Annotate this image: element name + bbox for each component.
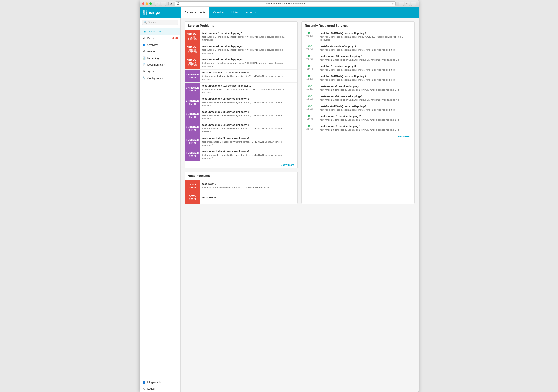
recovered-details: test-random-9: service-flapping-1 test-r… [321, 125, 412, 131]
problem-action-btn[interactable]: ⋮ [293, 83, 297, 95]
service-problem-item[interactable]: CRITICAL 2m 42s Soft 4/5 test-random-9: … [185, 56, 297, 69]
sidebar-footer: 👤 icingaadmin ⎋ Logout [140, 379, 181, 392]
ok-badge: OK 1m 29s [304, 95, 316, 100]
add-tab-button[interactable]: + [411, 1, 416, 6]
reader-button[interactable]: ⊡ [168, 1, 174, 6]
back-button[interactable]: ‹ [155, 1, 160, 6]
minimize-button[interactable] [146, 2, 148, 5]
service-problem-item[interactable]: UNKNOWN Sep 24 test-unreachable-2: servi… [185, 96, 297, 109]
problem-action-btn[interactable]: ⋮ [293, 43, 297, 56]
sidebar-item-reporting[interactable]: 📊 Reporting [140, 55, 181, 61]
sidebar-label-problems: Problems [148, 37, 158, 40]
sidebar-label-user: icingaadmin [148, 381, 162, 384]
service-problem-item[interactable]: UNKNOWN Sep 24 test-unreachable-3: servi… [185, 109, 297, 122]
sidebar-item-configuration[interactable]: 🔧 Configuration [140, 75, 181, 81]
sidebar-nav: ⊞ Dashboard ⊘ Problems 19 👥 Overview ↺ [140, 27, 181, 379]
sidebar-item-documentation[interactable]: 📄 Documentation [140, 61, 181, 68]
service-problem-item[interactable]: CRITICAL 1m 33s Soft 3/5 test-random-2: … [185, 43, 297, 56]
problem-desc: test-unreachable-3 (checked by vagrant-c… [202, 114, 291, 120]
recovered-title: test-random-10: service-flapping-4 [321, 95, 412, 98]
problem-action-btn[interactable]: ⋮ [293, 96, 297, 109]
tab-overdue[interactable]: Overdue [209, 8, 227, 17]
status-badge: UNKNOWN Sep 24 [185, 83, 201, 95]
forward-button[interactable]: › [161, 1, 166, 6]
problem-action-btn[interactable]: ⋮ [293, 148, 297, 161]
recovered-title: test-random-10: service-flapping-3 [321, 55, 412, 58]
recovered-bar [318, 32, 319, 41]
recovered-bar [318, 45, 319, 51]
add-tab-icon[interactable]: + [245, 10, 248, 15]
problem-title: test-unreachable-3: service-unknown-1 [202, 111, 291, 113]
recovered-item[interactable]: OK 1m 13s test-random-8: service-flappin… [302, 83, 415, 93]
sidebar-item-overview[interactable]: 👥 Overview [140, 42, 181, 48]
tab-button[interactable]: ⧉ [405, 1, 410, 6]
problem-action-btn[interactable]: ⋮ [293, 30, 297, 43]
recovered-details: test-flap-5 (DOWN): service-flapping-4 t… [321, 75, 412, 81]
problem-action-btn[interactable]: ⋮ [293, 109, 297, 122]
problem-details: test-random-9: service-flapping-4 test-r… [201, 56, 293, 69]
sidebar-item-logout[interactable]: ⎋ Logout [140, 385, 181, 392]
status-badge: CRITICAL 1m 9s Soft 2/5 [185, 30, 201, 43]
host-problem-item[interactable]: DOWN Sep 24 test-down-7 test-down-7 (che… [185, 180, 297, 192]
problem-action-btn[interactable]: ⋮ [293, 122, 297, 135]
service-problem-item[interactable]: UNKNOWN Sep 24 test-unreachable-6: servi… [185, 148, 297, 161]
documentation-icon: 📄 [142, 63, 146, 66]
problem-action-btn[interactable]: ⋮ [293, 69, 297, 83]
tab-current-incidents[interactable]: Current Incidents [181, 8, 209, 17]
recovered-item[interactable]: OK 2m 49s test-random-9: service-flappin… [302, 123, 415, 133]
sidebar-item-dashboard[interactable]: ⊞ Dashboard [140, 28, 181, 35]
host-problem-item[interactable]: DOWN Sep 24 test-down-8 ⋮ [185, 192, 297, 204]
recovered-item[interactable]: OK 1m 55s test-flap-8 (DOWN): service-fl… [302, 103, 415, 113]
problem-desc: test-unreachable-2 (checked by vagrant-c… [202, 101, 291, 107]
sidebar-item-user[interactable]: 👤 icingaadmin [140, 379, 181, 385]
recovered-bar [318, 95, 319, 101]
recovered-item[interactable]: OK 1m 4s test-flap-1: service-flapping-3… [302, 63, 415, 73]
service-problem-item[interactable]: CRITICAL 1m 9s Soft 2/5 test-random-3: s… [185, 30, 297, 43]
sidebar-item-history[interactable]: ↺ History [140, 48, 181, 55]
problem-action-btn[interactable]: ⋮ [293, 192, 297, 204]
sidebar-label-logout: Logout [148, 387, 156, 390]
recovered-item[interactable]: OK 0m 10s test-flap-3 (DOWN): service-fl… [302, 30, 415, 43]
problem-desc: test-unreachable-1 (checked by vagrant-c… [202, 75, 291, 81]
service-problem-item[interactable]: UNKNOWN Sep 24 test-unreachable-10: serv… [185, 83, 297, 96]
problem-action-btn[interactable]: ⋮ [293, 135, 297, 148]
reporting-icon: 📊 [142, 57, 146, 60]
problem-title: test-unreachable-1: service-unknown-1 [202, 71, 291, 74]
sidebar-item-system[interactable]: ⚙ System [140, 68, 181, 75]
recovered-item[interactable]: OK 0m 45s test-random-10: service-flappi… [302, 53, 415, 63]
more-tabs-icon[interactable]: ▾ [250, 10, 253, 15]
nav-buttons: ‹ › [155, 1, 166, 6]
sidebar-item-problems[interactable]: ⊘ Problems 19 [140, 35, 181, 42]
close-button[interactable] [142, 2, 145, 5]
problem-title: test-random-9: service-flapping-4 [202, 58, 291, 61]
maximize-button[interactable] [149, 2, 152, 5]
recovered-item[interactable]: OK 1m 10s test-flap-5 (DOWN): service-fl… [302, 73, 415, 83]
service-problem-item[interactable]: UNKNOWN Sep 24 test-unreachable-4: servi… [185, 122, 297, 135]
recovered-details: test-flap-1: service-flapping-3 test-fla… [321, 65, 412, 71]
sidebar-label-system: System [148, 70, 156, 73]
recovered-show-more[interactable]: Show More [398, 135, 411, 138]
problem-desc: test-down-7 (checked by vagrant-centos7)… [202, 186, 291, 189]
recovered-title: test-random-9: service-flapping-1 [321, 125, 412, 128]
problem-details: test-unreachable-3: service-unknown-1 te… [201, 109, 293, 122]
tab-muted[interactable]: Muted [227, 8, 243, 17]
recovered-item[interactable]: OK 2m 3s test-random-3: service-flapping… [302, 113, 415, 123]
refresh-icon[interactable]: ↻ [254, 10, 258, 15]
service-problems-show-more[interactable]: Show More [281, 163, 294, 166]
address-bar[interactable]: ⓘ localhost:8080/icingaweb2/dashboard ↻ [175, 1, 395, 6]
recovered-item[interactable]: OK 1m 29s test-random-10: service-flappi… [302, 93, 415, 103]
tab-actions: + ▾ ↻ [243, 8, 260, 17]
search-box[interactable]: 🔍 Search ... [142, 19, 178, 25]
ok-badge: OK 0m 45s [304, 55, 316, 60]
share-button[interactable]: ⬆ [399, 1, 404, 6]
ok-badge: OK 0m 10s [304, 32, 316, 37]
service-problem-item[interactable]: UNKNOWN Sep 24 test-unreachable-5: servi… [185, 135, 297, 148]
service-problem-item[interactable]: UNKNOWN Sep 24 test-unreachable-1: servi… [185, 69, 297, 83]
recovered-item[interactable]: OK 0m 43s test-flap-9: service-flapping-… [302, 43, 415, 53]
problem-action-btn[interactable]: ⋮ [293, 56, 297, 69]
reload-button[interactable]: ↻ [392, 2, 394, 5]
recovered-bar [318, 75, 319, 81]
tab-bar: Current Incidents Overdue Muted + ▾ ↻ [181, 8, 418, 17]
service-problems-list: CRITICAL 1m 9s Soft 2/5 test-random-3: s… [185, 30, 297, 161]
problem-action-btn[interactable]: ⋮ [293, 180, 297, 192]
